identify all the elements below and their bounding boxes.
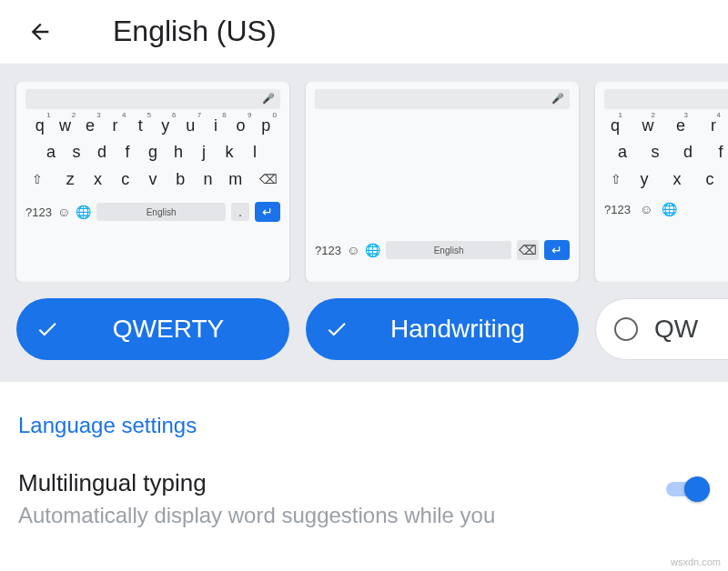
radio-icon	[614, 317, 638, 341]
toggle-thumb	[684, 476, 710, 502]
layout-chip-partial[interactable]: QW	[595, 298, 728, 360]
layout-chip-handwriting[interactable]: Handwriting	[306, 298, 579, 360]
keyboard-preview-row[interactable]: 🎤 qwertyuiop asdfghjkl ⇧ zxcvbnm ⌫ ?123 …	[0, 82, 728, 282]
keyboard-preview-qwerty[interactable]: 🎤 qwertyuiop asdfghjkl ⇧ zxcvbnm ⌫ ?123 …	[16, 82, 289, 282]
globe-icon: 🌐	[365, 243, 380, 257]
backspace-icon: ⌫	[258, 169, 278, 189]
arrow-left-icon	[27, 19, 53, 45]
suggestion-bar: 🎤	[315, 89, 570, 109]
backspace-icon: ⌫	[517, 240, 539, 260]
period-key: .	[231, 203, 249, 221]
key-row-bottom: ?123 ☺ 🌐	[604, 202, 728, 216]
page-title: English (US)	[113, 15, 277, 48]
section-title: Language settings	[18, 413, 710, 438]
back-button[interactable]	[22, 14, 58, 50]
key-row-1: qwert	[604, 116, 728, 135]
layout-chip-qwerty[interactable]: QWERTY	[16, 298, 289, 360]
key-row-3: ⇧ yxc	[604, 169, 728, 189]
symbols-key: ?123	[315, 244, 341, 257]
settings-section: Language settings Multilingual typing Au…	[0, 382, 728, 529]
enter-key: ↵	[255, 202, 280, 222]
layout-chip-row[interactable]: QWERTY Handwriting QW	[0, 282, 728, 360]
setting-subtitle: Automatically display word suggestions w…	[18, 501, 495, 529]
check-icon	[324, 316, 349, 342]
suggestion-bar	[604, 89, 728, 109]
key-row-2: asdfghjkl	[25, 143, 280, 162]
layout-chip-label: QWERTY	[76, 315, 260, 344]
globe-icon: 🌐	[662, 202, 677, 216]
toggle-multilingual[interactable]	[666, 476, 710, 502]
handwriting-canvas	[315, 116, 570, 235]
key-row-2: asdf	[604, 143, 728, 162]
keyboard-preview-partial[interactable]: qwert asdf ⇧ yxc ?123 ☺ 🌐	[595, 82, 728, 282]
shift-icon: ⇧	[27, 169, 47, 189]
layout-chip-label: QW	[654, 315, 698, 344]
emoji-icon: ☺	[640, 202, 652, 216]
emoji-icon: ☺	[57, 205, 70, 219]
key-row-bottom: ?123 ☺ 🌐 English . ↵	[25, 202, 280, 222]
header: English (US)	[0, 0, 728, 64]
check-icon	[35, 316, 60, 342]
symbols-key: ?123	[604, 203, 631, 216]
spacebar: English	[386, 241, 511, 259]
globe-icon: 🌐	[76, 205, 91, 219]
layout-chip-label: Handwriting	[366, 315, 550, 344]
emoji-icon: ☺	[347, 243, 359, 257]
watermark: wsxdn.com	[671, 556, 721, 567]
suggestion-bar: 🎤	[25, 89, 280, 109]
symbols-key: ?123	[25, 205, 52, 219]
layout-band: 🎤 qwertyuiop asdfghjkl ⇧ zxcvbnm ⌫ ?123 …	[0, 64, 728, 382]
key-row-bottom: ?123 ☺ 🌐 English ⌫ ↵	[315, 240, 570, 260]
mic-icon: 🎤	[262, 93, 275, 105]
key-row-3: ⇧ zxcvbnm ⌫	[25, 169, 280, 189]
shift-icon: ⇧	[606, 169, 626, 189]
key-row-1: qwertyuiop	[25, 116, 280, 135]
enter-key: ↵	[544, 240, 570, 260]
setting-multilingual-typing[interactable]: Multilingual typing Automatically displa…	[18, 469, 710, 529]
setting-title: Multilingual typing	[18, 469, 495, 497]
keyboard-preview-handwriting[interactable]: 🎤 ?123 ☺ 🌐 English ⌫ ↵	[306, 82, 579, 282]
mic-icon: 🎤	[551, 93, 564, 105]
spacebar: English	[96, 203, 226, 221]
